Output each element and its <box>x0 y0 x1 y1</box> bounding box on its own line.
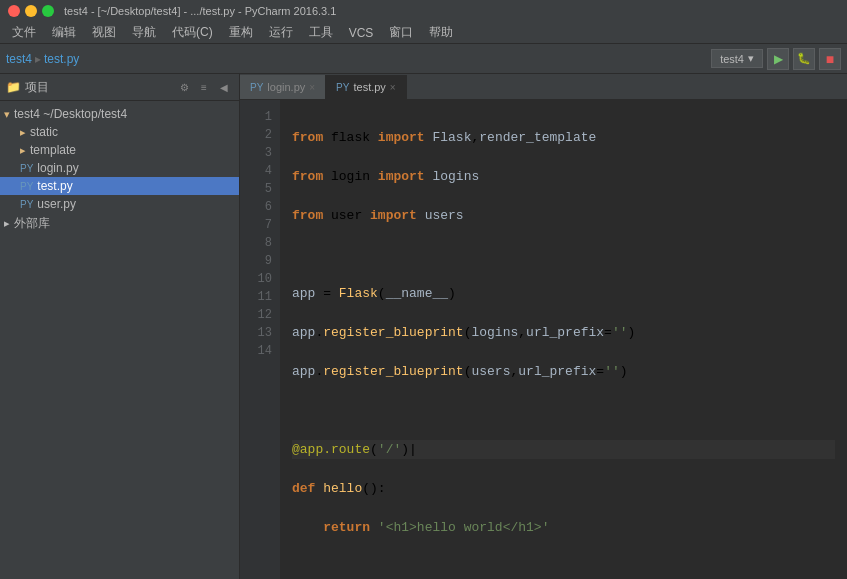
code-line-8 <box>292 401 835 421</box>
menu-edit[interactable]: 编辑 <box>44 22 84 43</box>
tree-item-login[interactable]: PY login.py <box>0 159 239 177</box>
tree-label-template: template <box>30 143 76 157</box>
editor-area: PY login.py × PY test.py × 1234 5678 910… <box>240 74 847 579</box>
tree-item-external[interactable]: ▸ 外部库 <box>0 213 239 234</box>
code-line-4 <box>292 245 835 265</box>
menu-help[interactable]: 帮助 <box>421 22 461 43</box>
window-title: test4 - [~/Desktop/test4] - .../test.py … <box>64 5 336 17</box>
tab-login-label: login.py <box>267 81 305 93</box>
line-numbers: 1234 5678 9101112 1314 <box>240 100 280 579</box>
menu-window[interactable]: 窗口 <box>381 22 421 43</box>
code-line-5: app = Flask(__name__) <box>292 284 835 304</box>
py-icon-test: PY <box>336 82 349 93</box>
sidebar-header: 📁 项目 ⚙ ≡ ◀ <box>0 74 239 101</box>
code-line-6: app.register_blueprint(logins,url_prefix… <box>292 323 835 343</box>
tab-login[interactable]: PY login.py × <box>240 75 326 99</box>
close-button[interactable] <box>8 5 20 17</box>
code-line-11: return '<h1>hello world</h1>' <box>292 518 835 538</box>
menu-view[interactable]: 视图 <box>84 22 124 43</box>
code-line-9: @app.route('/')| <box>292 440 835 460</box>
project-icon: ▾ <box>4 108 10 121</box>
sidebar-hide-button[interactable]: ◀ <box>215 78 233 96</box>
folder-icon-template: ▸ <box>20 144 26 157</box>
code-line-1: from flask import Flask,render_template <box>292 128 835 148</box>
run-button[interactable]: ▶ <box>767 48 789 70</box>
sidebar-title: 项目 <box>25 79 49 96</box>
tree-label-external: 外部库 <box>14 215 50 232</box>
menu-refactor[interactable]: 重构 <box>221 22 261 43</box>
py-icon: PY <box>250 82 263 93</box>
stop-button[interactable]: ■ <box>819 48 841 70</box>
sidebar-toolbar: ⚙ ≡ ◀ <box>175 78 233 96</box>
tab-test-label: test.py <box>353 81 385 93</box>
sidebar: 📁 项目 ⚙ ≡ ◀ ▾ test4 ~/Desktop/test4 ▸ sta… <box>0 74 240 579</box>
tree-label-test: test.py <box>37 179 72 193</box>
menu-run[interactable]: 运行 <box>261 22 301 43</box>
tab-test-close[interactable]: × <box>390 82 396 93</box>
sidebar-project-icon: 📁 <box>6 80 21 94</box>
minimize-button[interactable] <box>25 5 37 17</box>
tree-item-static[interactable]: ▸ static <box>0 123 239 141</box>
breadcrumb-file[interactable]: test.py <box>44 52 79 66</box>
sidebar-gear-icon[interactable]: ≡ <box>195 78 213 96</box>
window-controls <box>8 5 54 17</box>
menu-tools[interactable]: 工具 <box>301 22 341 43</box>
tree-label-project: test4 ~/Desktop/test4 <box>14 107 127 121</box>
tree-item-user[interactable]: PY user.py <box>0 195 239 213</box>
tree-item-template[interactable]: ▸ template <box>0 141 239 159</box>
folder-icon: ▸ <box>20 126 26 139</box>
code-content[interactable]: from flask import Flask,render_template … <box>280 100 847 579</box>
tree-label-static: static <box>30 125 58 139</box>
sidebar-settings-button[interactable]: ⚙ <box>175 78 193 96</box>
breadcrumb-project[interactable]: test4 <box>6 52 32 66</box>
tree-label-login: login.py <box>37 161 78 175</box>
menu-navigate[interactable]: 导航 <box>124 22 164 43</box>
breadcrumb: test4 ▸ test.py <box>6 52 79 66</box>
py-file-icon: PY <box>20 163 33 174</box>
run-config-label: test4 <box>720 53 744 65</box>
tab-bar: PY login.py × PY test.py × <box>240 74 847 100</box>
title-bar: test4 - [~/Desktop/test4] - .../test.py … <box>0 0 847 22</box>
tab-login-close[interactable]: × <box>309 82 315 93</box>
maximize-button[interactable] <box>42 5 54 17</box>
code-line-2: from login import logins <box>292 167 835 187</box>
main-layout: 📁 项目 ⚙ ≡ ◀ ▾ test4 ~/Desktop/test4 ▸ sta… <box>0 74 847 579</box>
code-line-3: from user import users <box>292 206 835 226</box>
code-editor[interactable]: 1234 5678 9101112 1314 from flask import… <box>240 100 847 579</box>
run-config-area: test4 ▾ ▶ 🐛 ■ <box>711 48 841 70</box>
tree-item-test[interactable]: PY test.py <box>0 177 239 195</box>
menu-vcs[interactable]: VCS <box>341 24 382 42</box>
code-line-12 <box>292 557 835 577</box>
menu-code[interactable]: 代码(C) <box>164 22 221 43</box>
tree-item-project[interactable]: ▾ test4 ~/Desktop/test4 <box>0 105 239 123</box>
menu-file[interactable]: 文件 <box>4 22 44 43</box>
external-icon: ▸ <box>4 217 10 230</box>
toolbar: test4 ▸ test.py test4 ▾ ▶ 🐛 ■ <box>0 44 847 74</box>
py-file-icon-test: PY <box>20 181 33 192</box>
run-config-selector[interactable]: test4 ▾ <box>711 49 763 68</box>
py-file-icon-user: PY <box>20 199 33 210</box>
debug-button[interactable]: 🐛 <box>793 48 815 70</box>
tree-label-user: user.py <box>37 197 76 211</box>
code-line-10: def hello(): <box>292 479 835 499</box>
code-line-7: app.register_blueprint(users,url_prefix=… <box>292 362 835 382</box>
tab-test[interactable]: PY test.py × <box>326 75 407 99</box>
file-tree: ▾ test4 ~/Desktop/test4 ▸ static ▸ templ… <box>0 101 239 579</box>
menu-bar: 文件 编辑 视图 导航 代码(C) 重构 运行 工具 VCS 窗口 帮助 <box>0 22 847 44</box>
chevron-down-icon: ▾ <box>748 52 754 65</box>
